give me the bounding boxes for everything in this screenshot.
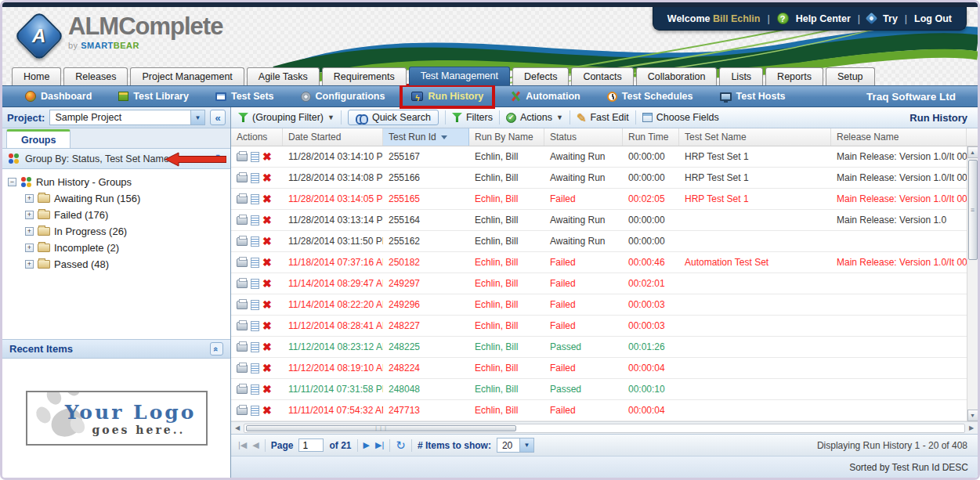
delete-icon[interactable]: ✖ bbox=[262, 363, 272, 374]
print-icon[interactable] bbox=[237, 364, 248, 373]
scroll-right-icon[interactable]: ▶ bbox=[967, 424, 975, 431]
delete-icon[interactable]: ✖ bbox=[262, 299, 272, 310]
tab-setup[interactable]: Setup bbox=[826, 67, 875, 85]
collapse-icon[interactable]: − bbox=[8, 178, 16, 186]
vertical-scrollbar[interactable]: ▲ ≡ ▼ bbox=[967, 146, 978, 421]
column-header-status[interactable]: Status bbox=[544, 128, 623, 146]
table-row[interactable]: ✖11/28/2014 03:14:08 PM255166Echlin, Bil… bbox=[231, 168, 967, 189]
log-out-link[interactable]: Log Out bbox=[914, 13, 952, 24]
view-report-icon[interactable] bbox=[251, 194, 259, 204]
tab-project-management[interactable]: Project Management bbox=[130, 67, 244, 85]
table-row[interactable]: ✖11/28/2014 03:11:50 PM255162Echlin, Bil… bbox=[231, 231, 967, 252]
print-icon[interactable] bbox=[237, 153, 248, 161]
table-row[interactable]: ✖11/28/2014 03:14:10 PM255167Echlin, Bil… bbox=[231, 146, 967, 168]
caret-down-icon[interactable]: ▼ bbox=[175, 155, 182, 163]
print-icon[interactable] bbox=[237, 258, 248, 267]
column-header-run-by-name[interactable]: Run By Name bbox=[469, 128, 544, 146]
tree-item-failed-176[interactable]: +Failed (176) bbox=[8, 208, 226, 222]
delete-icon[interactable]: ✖ bbox=[262, 384, 272, 395]
view-report-icon[interactable] bbox=[251, 321, 259, 331]
delete-icon[interactable]: ✖ bbox=[262, 405, 272, 416]
table-row[interactable]: ✖11/14/2014 08:29:47 AM249297Echlin, Bil… bbox=[231, 273, 967, 294]
delete-icon[interactable]: ✖ bbox=[262, 278, 272, 289]
tree-item-awaiting-run-156[interactable]: +Awaiting Run (156) bbox=[8, 191, 226, 206]
print-icon[interactable] bbox=[237, 301, 248, 309]
print-icon[interactable] bbox=[237, 174, 248, 182]
choose-fields-button[interactable]: Choose Fields bbox=[642, 112, 719, 123]
print-icon[interactable] bbox=[237, 406, 248, 415]
table-row[interactable]: ✖11/28/2014 03:13:14 PM255164Echlin, Bil… bbox=[231, 210, 967, 231]
view-report-icon[interactable] bbox=[251, 384, 259, 395]
view-report-icon[interactable] bbox=[251, 215, 259, 226]
expand-icon[interactable]: + bbox=[25, 211, 34, 219]
table-row[interactable]: ✖11/14/2014 08:22:20 AM249296Echlin, Bil… bbox=[231, 294, 967, 316]
vertical-scroll-thumb[interactable]: ≡ bbox=[968, 160, 978, 260]
subnav-item-test-library[interactable]: Test Library bbox=[105, 86, 202, 106]
column-header-test-set-name[interactable]: Test Set Name bbox=[679, 128, 831, 146]
view-report-icon[interactable] bbox=[251, 173, 259, 183]
table-row[interactable]: ✖11/28/2014 03:14:05 PM255165Echlin, Bil… bbox=[231, 189, 967, 210]
tab-collaboration[interactable]: Collaboration bbox=[636, 67, 718, 85]
expand-icon[interactable]: + bbox=[25, 244, 34, 252]
table-row[interactable]: ✖11/18/2014 07:37:16 AM250182Echlin, Bil… bbox=[231, 252, 967, 273]
collapse-panel-icon[interactable]: « bbox=[210, 342, 223, 355]
view-report-icon[interactable] bbox=[251, 236, 259, 247]
delete-icon[interactable]: ✖ bbox=[262, 215, 272, 226]
view-report-icon[interactable] bbox=[251, 363, 259, 374]
view-report-icon[interactable] bbox=[251, 342, 259, 352]
page-number-input[interactable] bbox=[298, 438, 324, 452]
tab-contacts[interactable]: Contacts bbox=[571, 67, 633, 85]
table-row[interactable]: ✖11/11/2014 07:54:32 AM247713Echlin, Bil… bbox=[231, 400, 967, 421]
subnav-item-test-sets[interactable]: Test Sets bbox=[202, 86, 287, 106]
subnav-item-configurations[interactable]: Configurations bbox=[287, 86, 399, 106]
horizontal-scroll-thumb[interactable]: ❘❘❘ bbox=[246, 425, 516, 431]
column-header-run-time[interactable]: Run Time bbox=[623, 128, 679, 146]
delete-icon[interactable]: ✖ bbox=[262, 193, 272, 204]
expand-icon[interactable]: + bbox=[25, 194, 34, 203]
table-row[interactable]: ✖11/12/2014 08:28:41 AM248227Echlin, Bil… bbox=[231, 316, 967, 337]
print-icon[interactable] bbox=[237, 195, 248, 204]
horizontal-scroll-track[interactable]: ❘❘❘ bbox=[244, 424, 965, 433]
filters-button[interactable]: Filters bbox=[452, 112, 493, 123]
print-icon[interactable] bbox=[237, 216, 248, 225]
view-report-icon[interactable] bbox=[251, 300, 259, 310]
horizontal-scrollbar[interactable]: ◀ ❘❘❘ ▶ bbox=[231, 421, 978, 434]
group-by-bar[interactable]: Group By: Status, Test Set Name ▼ ↻ bbox=[2, 149, 230, 169]
tree-root[interactable]: − Run History - Groups bbox=[8, 175, 226, 189]
table-row[interactable]: ✖11/12/2014 08:23:12 AM248225Echlin, Bil… bbox=[231, 337, 967, 358]
delete-icon[interactable]: ✖ bbox=[262, 341, 272, 352]
chevron-down-icon[interactable]: ▼ bbox=[519, 438, 533, 452]
view-report-icon[interactable] bbox=[251, 152, 259, 162]
project-select[interactable]: Sample Project ▼ bbox=[49, 110, 205, 125]
tab-home[interactable]: Home bbox=[12, 67, 61, 85]
print-icon[interactable] bbox=[237, 280, 248, 288]
refresh-icon[interactable]: ↻ bbox=[215, 153, 225, 164]
table-row[interactable]: ✖11/11/2014 07:31:58 PM248048Echlin, Bil… bbox=[231, 379, 967, 400]
scroll-up-icon[interactable]: ▲ bbox=[967, 146, 978, 158]
previous-page-button[interactable]: ◀ bbox=[252, 440, 259, 450]
print-icon[interactable] bbox=[237, 237, 248, 246]
column-header-date-started[interactable]: Date Started bbox=[283, 128, 383, 146]
try-link[interactable]: Try bbox=[883, 13, 898, 24]
grouping-filter-button[interactable]: (Grouping Filter) ▼ bbox=[238, 112, 335, 123]
view-report-icon[interactable] bbox=[251, 279, 259, 289]
tree-item-in-progress-26[interactable]: +In Progress (26) bbox=[8, 224, 226, 239]
last-page-button[interactable]: ▶| bbox=[375, 440, 384, 450]
tab-test-management[interactable]: Test Management bbox=[409, 67, 510, 85]
delete-icon[interactable]: ✖ bbox=[262, 236, 272, 247]
user-name-link[interactable]: Bill Echlin bbox=[713, 13, 760, 24]
subnav-item-dashboard[interactable]: Dashboard bbox=[12, 86, 105, 106]
tab-lists[interactable]: Lists bbox=[719, 67, 763, 85]
print-icon[interactable] bbox=[237, 343, 248, 352]
tab-defects[interactable]: Defects bbox=[512, 67, 569, 85]
view-report-icon[interactable] bbox=[251, 406, 259, 416]
view-report-icon[interactable] bbox=[251, 258, 259, 268]
delete-icon[interactable]: ✖ bbox=[262, 151, 272, 162]
scroll-down-icon[interactable]: ▼ bbox=[967, 410, 978, 421]
column-header-actions[interactable]: Actions bbox=[231, 128, 283, 146]
print-icon[interactable] bbox=[237, 385, 248, 394]
subnav-item-automation[interactable]: Automation bbox=[497, 86, 593, 106]
items-per-page-select[interactable]: 20 ▼ bbox=[497, 438, 534, 453]
print-icon[interactable] bbox=[237, 322, 248, 330]
subnav-item-run-history[interactable]: Run History bbox=[398, 86, 497, 106]
